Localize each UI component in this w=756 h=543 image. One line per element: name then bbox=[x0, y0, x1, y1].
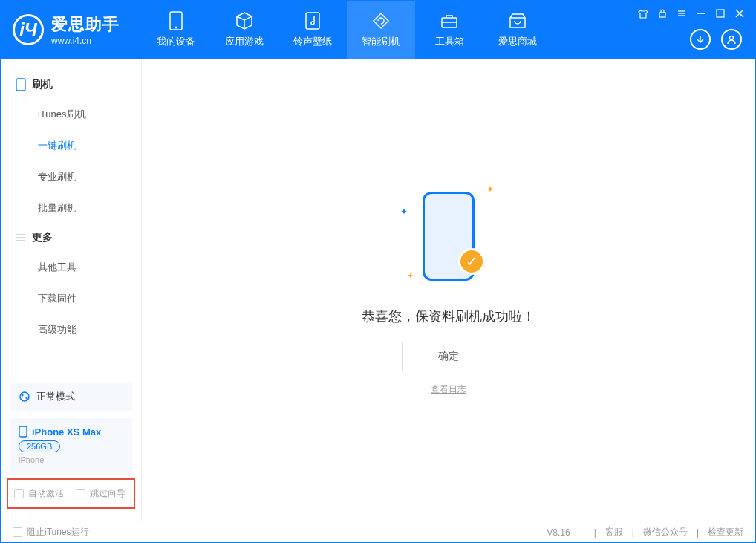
sparkle-icon: ✦ bbox=[400, 207, 408, 217]
logo-area: iЧ 爱思助手 www.i4.cn bbox=[13, 13, 120, 46]
tab-smart-flash[interactable]: 智能刷机 bbox=[347, 1, 415, 59]
success-message: 恭喜您，保资料刷机成功啦！ bbox=[362, 308, 535, 325]
checkbox-auto-activate[interactable]: 自动激活 bbox=[14, 487, 64, 500]
checkbox-icon bbox=[76, 489, 85, 498]
tab-toolbox[interactable]: 工具箱 bbox=[415, 1, 483, 59]
tab-label: 应用游戏 bbox=[225, 35, 264, 48]
version-label: V8.16 bbox=[547, 527, 570, 538]
tab-store[interactable]: 爱思商城 bbox=[483, 1, 552, 59]
close-button[interactable] bbox=[733, 7, 746, 20]
svg-rect-2 bbox=[306, 13, 319, 29]
user-button[interactable] bbox=[721, 29, 742, 50]
sidebar-item-pro-flash[interactable]: 专业刷机 bbox=[1, 161, 141, 192]
shop-icon bbox=[508, 11, 527, 30]
svg-point-18 bbox=[20, 392, 29, 401]
footer-right: V8.16 | 客服 | 微信公众号 | 检查更新 bbox=[547, 526, 743, 539]
download-button[interactable] bbox=[690, 29, 711, 50]
app-title: 爱思助手 bbox=[51, 13, 120, 36]
tab-my-device[interactable]: 我的设备 bbox=[142, 1, 210, 59]
tab-label: 铃声壁纸 bbox=[293, 35, 332, 48]
device-name-row: iPhone XS Max bbox=[19, 426, 123, 438]
sparkle-icon: ✦ bbox=[486, 184, 494, 195]
skin-icon[interactable] bbox=[636, 7, 650, 20]
sidebar-item-advanced[interactable]: 高级功能 bbox=[1, 314, 141, 345]
tab-label: 爱思商城 bbox=[498, 35, 537, 48]
tab-label: 工具箱 bbox=[435, 35, 464, 48]
section-label: 刷机 bbox=[32, 78, 53, 91]
tools-icon bbox=[440, 11, 459, 30]
check-icon: ✓ bbox=[458, 248, 485, 275]
list-icon bbox=[16, 233, 26, 243]
sidebar-section-more: 更多 bbox=[1, 224, 141, 252]
footer-link-update[interactable]: 检查更新 bbox=[708, 526, 743, 539]
refresh-icon bbox=[371, 11, 391, 30]
music-icon bbox=[303, 11, 322, 30]
footer-link-support[interactable]: 客服 bbox=[605, 526, 623, 539]
cube-icon bbox=[235, 11, 254, 30]
header-actions bbox=[690, 29, 742, 50]
checkbox-label: 阻止iTunes运行 bbox=[27, 526, 89, 539]
checkbox-label: 跳过向导 bbox=[90, 487, 126, 500]
device-icon bbox=[166, 11, 186, 30]
sidebar-item-other-tools[interactable]: 其他工具 bbox=[1, 252, 141, 283]
header-tabs: 我的设备 应用游戏 铃声壁纸 智能刷机 工具箱 爱思商城 bbox=[142, 1, 552, 59]
separator: | bbox=[632, 527, 634, 538]
separator: | bbox=[594, 527, 596, 538]
checkbox-label: 自动激活 bbox=[28, 487, 64, 500]
phone-icon bbox=[16, 78, 26, 91]
sidebar-item-itunes-flash[interactable]: iTunes刷机 bbox=[1, 99, 141, 130]
header: iЧ 爱思助手 www.i4.cn 我的设备 应用游戏 铃声壁纸 智能刷机 工具… bbox=[1, 1, 755, 59]
svg-rect-21 bbox=[19, 426, 27, 437]
mode-label: 正常模式 bbox=[36, 390, 75, 403]
checkbox-skip-guide[interactable]: 跳过向导 bbox=[76, 487, 126, 500]
lock-icon[interactable] bbox=[656, 7, 669, 20]
device-icon bbox=[19, 426, 27, 438]
tab-label: 智能刷机 bbox=[362, 35, 400, 48]
tab-label: 我的设备 bbox=[157, 35, 195, 48]
mode-icon bbox=[19, 391, 30, 403]
device-capacity-badge: 256GB bbox=[19, 440, 60, 452]
sidebar: 刷机 iTunes刷机 一键刷机 专业刷机 批量刷机 更多 其他工具 下载固件 … bbox=[1, 59, 142, 521]
highlighted-checkbox-row: 自动激活 跳过向导 bbox=[7, 478, 135, 509]
footer-link-wechat[interactable]: 微信公众号 bbox=[643, 526, 688, 539]
svg-point-1 bbox=[175, 27, 177, 29]
checkbox-icon bbox=[14, 489, 24, 498]
sidebar-section-flash: 刷机 bbox=[1, 71, 141, 99]
svg-rect-5 bbox=[659, 13, 665, 17]
ok-button[interactable]: 确定 bbox=[402, 342, 495, 371]
tab-apps-games[interactable]: 应用游戏 bbox=[210, 1, 278, 59]
footer: 阻止iTunes运行 V8.16 | 客服 | 微信公众号 | 检查更新 bbox=[1, 521, 755, 543]
minimize-button[interactable] bbox=[694, 7, 708, 20]
device-name: iPhone XS Max bbox=[32, 426, 101, 438]
device-card[interactable]: iPhone XS Max 256GB iPhone bbox=[10, 418, 132, 472]
svg-point-20 bbox=[26, 397, 28, 400]
sidebar-item-batch-flash[interactable]: 批量刷机 bbox=[1, 192, 141, 224]
sidebar-item-download-firmware[interactable]: 下载固件 bbox=[1, 283, 141, 314]
sparkle-icon: + bbox=[408, 270, 413, 281]
body: 刷机 iTunes刷机 一键刷机 专业刷机 批量刷机 更多 其他工具 下载固件 … bbox=[1, 59, 755, 521]
section-label: 更多 bbox=[32, 231, 53, 244]
svg-point-19 bbox=[22, 394, 24, 397]
sidebar-item-oneclick-flash[interactable]: 一键刷机 bbox=[1, 130, 141, 161]
window-controls bbox=[636, 7, 746, 20]
checkbox-block-itunes[interactable]: 阻止iTunes运行 bbox=[13, 526, 89, 539]
maximize-button[interactable] bbox=[714, 7, 727, 20]
success-illustration: ✦ ✦ + ✓ bbox=[415, 184, 482, 288]
checkbox-icon bbox=[13, 527, 22, 537]
tab-ringtones[interactable]: 铃声壁纸 bbox=[278, 1, 347, 59]
svg-rect-10 bbox=[717, 10, 724, 17]
logo-icon: iЧ bbox=[13, 14, 44, 45]
view-log-link[interactable]: 查看日志 bbox=[431, 383, 466, 396]
logo-text: 爱思助手 www.i4.cn bbox=[51, 13, 120, 46]
mode-card[interactable]: 正常模式 bbox=[10, 383, 132, 411]
app-subtitle: www.i4.cn bbox=[51, 36, 120, 46]
device-type: iPhone bbox=[19, 455, 123, 464]
menu-icon[interactable] bbox=[675, 7, 688, 20]
svg-point-13 bbox=[730, 36, 734, 40]
separator: | bbox=[697, 527, 699, 538]
main-content: ✦ ✦ + ✓ 恭喜您，保资料刷机成功啦！ 确定 查看日志 bbox=[142, 59, 755, 521]
svg-rect-14 bbox=[16, 79, 25, 91]
